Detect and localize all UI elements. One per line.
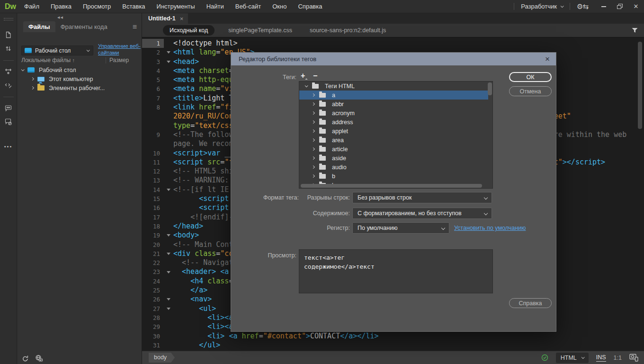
document-tab[interactable]: Untitled-1 × — [142, 13, 188, 24]
menu-item[interactable]: Найти — [206, 3, 224, 10]
fold-marker-icon[interactable] — [164, 249, 173, 258]
ok-button[interactable]: ОК — [509, 72, 552, 82]
menu-item[interactable]: Инструменты — [157, 3, 195, 10]
realtime-preview-icon[interactable] — [629, 354, 638, 362]
dialog-tree-item[interactable]: applet — [299, 127, 488, 136]
column-size[interactable]: Размер — [109, 57, 129, 64]
chevron-right-icon[interactable] — [31, 77, 34, 81]
dialog-tree-item[interactable]: abbr — [299, 100, 488, 109]
language-selector[interactable]: HTML — [556, 353, 589, 363]
chevron-down-icon[interactable] — [21, 68, 25, 71]
chevron-right-icon[interactable] — [312, 165, 315, 169]
column-local-files[interactable]: Локальные файлы ↑ — [21, 57, 75, 64]
help-button[interactable]: Справка — [509, 298, 552, 308]
dialog-tree-root[interactable]: Теги HTML — [299, 82, 488, 91]
panel-menu-icon[interactable]: ≡ — [133, 23, 137, 31]
restore-button[interactable] — [612, 0, 628, 13]
workspace-switcher[interactable]: Разработчик — [521, 3, 563, 10]
menu-item[interactable]: Веб-сайт — [235, 3, 261, 10]
dialog-tree-item[interactable]: b — [299, 172, 488, 181]
insert-mode-toggle[interactable]: INS — [596, 354, 606, 362]
fold-marker-icon[interactable] — [164, 267, 173, 276]
toolbar-grip-handle[interactable] — [4, 18, 13, 20]
chevron-right-icon[interactable] — [312, 111, 315, 115]
site-selector[interactable]: Рабочий стол — [21, 46, 93, 55]
fold-marker-icon[interactable] — [164, 57, 173, 66]
manage-sites-link[interactable]: Управление веб-сайтами — [98, 43, 147, 56]
refresh-icon[interactable] — [22, 355, 29, 362]
chevron-right-icon[interactable] — [312, 120, 315, 124]
fold-marker-icon[interactable] — [164, 231, 173, 240]
tab-files[interactable]: Файлы — [23, 21, 55, 32]
word-wrap-icon[interactable] — [4, 67, 12, 75]
fold-marker-icon[interactable] — [164, 185, 173, 194]
contents-select[interactable]: С форматированием, но без отступов — [352, 208, 492, 219]
close-icon[interactable]: × — [545, 55, 550, 63]
related-file-source[interactable]: Исходный код — [163, 25, 215, 36]
chevron-right-icon[interactable] — [312, 129, 315, 133]
fold-marker-icon[interactable] — [164, 304, 173, 313]
chevron-right-icon[interactable] — [312, 93, 315, 97]
column-divider[interactable] — [106, 57, 106, 64]
tag-selector-body[interactable]: body — [149, 353, 175, 363]
menu-item[interactable]: Файл — [24, 3, 39, 10]
close-button[interactable]: ✕ — [628, 0, 644, 13]
dialog-tree-item[interactable]: address — [299, 118, 488, 127]
tab-snippets[interactable]: Фрагменты кода — [55, 21, 113, 32]
remove-tag-button[interactable]: − — [313, 72, 317, 80]
toolbar-more-icon[interactable]: ••• — [4, 144, 13, 149]
chevron-right-icon[interactable] — [312, 147, 315, 151]
dialog-tree-item[interactable]: a — [299, 91, 488, 100]
chevron-right-icon[interactable] — [31, 86, 34, 90]
files-tree-row[interactable]: Элементы рабочег... — [18, 83, 142, 92]
close-document-icon[interactable]: × — [180, 15, 184, 22]
chevron-right-icon[interactable] — [312, 102, 315, 106]
file-management-icon[interactable] — [4, 45, 12, 53]
chevron-right-icon[interactable] — [312, 138, 315, 142]
apply-comment-icon[interactable] — [4, 104, 12, 112]
chevron-down-icon[interactable] — [305, 84, 308, 87]
related-file[interactable]: source-sans-pro:n2:default.js — [310, 27, 386, 34]
dialog-tree-item[interactable]: area — [299, 136, 488, 145]
add-tag-button[interactable]: + — [301, 72, 305, 80]
menu-item[interactable]: Просмотр — [83, 3, 111, 10]
remove-comment-icon[interactable] — [4, 118, 12, 126]
fold-marker-icon[interactable] — [164, 295, 173, 304]
code-text: </head> — [173, 222, 203, 231]
menu-item[interactable]: Вставка — [122, 3, 145, 10]
site-log-icon[interactable] — [35, 355, 43, 362]
case-select[interactable]: По умолчанию — [352, 222, 449, 234]
lint-ok-icon[interactable] — [541, 354, 548, 361]
files-tree-row[interactable]: Рабочий стол — [18, 65, 142, 74]
open-documents-icon[interactable] — [4, 31, 12, 39]
line-breaks-select[interactable]: Без разрывов строк — [352, 192, 492, 203]
line-number — [142, 112, 164, 121]
preview-label: Просмотр: — [249, 252, 296, 259]
format-source-code-icon[interactable] — [4, 81, 12, 89]
dialog-tree-item[interactable]: article — [299, 145, 488, 154]
dialog-tree-item[interactable]: acronym — [299, 109, 488, 118]
line-number: 20 — [142, 240, 164, 249]
collapse-panel-icon[interactable]: ◀◀ — [57, 16, 63, 19]
tree-vertical-scrollbar[interactable] — [488, 82, 492, 95]
set-default-link[interactable]: Установить по умолчанию — [454, 225, 526, 231]
chevron-right-icon[interactable] — [312, 174, 315, 178]
line-number: 21 — [142, 249, 164, 258]
cancel-button[interactable]: Отмена — [509, 86, 552, 96]
filter-funnel-icon[interactable] — [632, 27, 638, 34]
menu-item[interactable]: Справка — [298, 3, 322, 10]
files-tree-row[interactable]: Этот компьютер — [18, 74, 142, 83]
line-number: 14 — [142, 185, 164, 194]
menu-item[interactable]: Окно — [272, 3, 286, 10]
dialog-title-bar[interactable]: Редактор библиотеки тегов × — [231, 53, 556, 65]
fold-marker-icon[interactable] — [164, 48, 173, 57]
minimize-button[interactable] — [596, 0, 612, 13]
dialog-tree-item[interactable]: aside — [299, 154, 488, 163]
dialog-tree-item[interactable]: audio — [299, 163, 488, 172]
menu-item[interactable]: Правка — [51, 3, 72, 10]
related-file[interactable]: singlePageTemplate.css — [228, 27, 292, 34]
vertical-scrollbar[interactable] — [638, 42, 642, 129]
tree-horizontal-scrollbar[interactable] — [301, 184, 482, 188]
chevron-right-icon[interactable] — [312, 156, 315, 160]
sync-settings-icon[interactable]: ⚙⇆ — [577, 2, 588, 11]
